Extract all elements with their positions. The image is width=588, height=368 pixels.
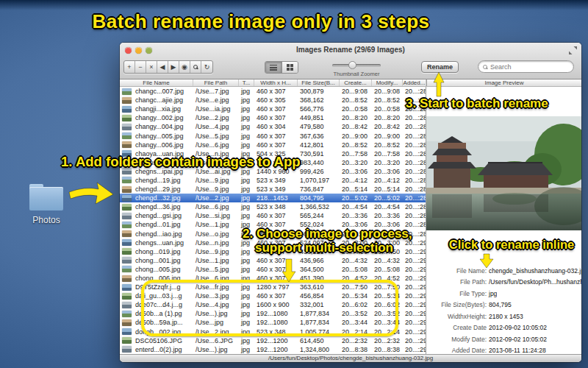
grid-view-button[interactable] xyxy=(282,62,298,73)
table-row[interactable]: changy...005.jpg/Use...5.jpgjpg460 x 307… xyxy=(120,131,426,140)
file-thumbnail xyxy=(122,88,132,95)
window-chrome: Images Rename (29/69 Images) +−×◀▶◉↻ Thu… xyxy=(120,43,581,79)
table-row[interactable]: chong...001.jpg/Use...1.jpgjpg460 x 3074… xyxy=(120,256,426,265)
file-thumbnail xyxy=(122,177,132,183)
fullscreen-icon[interactable] xyxy=(569,46,577,54)
column-header-4[interactable]: Width x H... xyxy=(254,79,298,86)
info-row: File Path:/Users/fun/Desktop/Ph...hushan… xyxy=(426,277,581,289)
column-header-7[interactable]: Modify... xyxy=(372,79,403,86)
file-thumbnail xyxy=(122,337,132,344)
file-thumbnail xyxy=(122,248,132,255)
refresh-button[interactable]: ↻ xyxy=(201,61,212,73)
file-thumbnail xyxy=(122,213,132,219)
status-path: /Users/fun/Desktop/Photos/chengde_bishus… xyxy=(268,355,433,361)
annotation-step1: 1. Add folders contain images to App xyxy=(61,154,301,170)
file-thumbnail xyxy=(122,106,132,113)
annotation-step3: 3. Start to batch rename xyxy=(406,96,548,111)
column-header-1[interactable]: File Name xyxy=(120,79,193,86)
view-mode-segmented-control xyxy=(265,61,298,74)
table-row[interactable]: changy...002.jpg/Use...2.jpgjpg460 x 307… xyxy=(120,113,426,122)
photos-folder-label: Photos xyxy=(13,215,79,225)
info-row: Create Date2012-09-02 10:05:02 xyxy=(426,322,581,334)
file-thumbnail xyxy=(122,346,132,353)
table-row[interactable]: chengd...32.jpg/Use...2.jpgjpg218...1453… xyxy=(120,194,426,202)
file-thumbnail xyxy=(122,132,132,139)
table-row[interactable]: chengd...19.jpg/Use...9.jpgjpg523 x 3491… xyxy=(120,176,426,185)
info-row: WidthxHeight:2180 x 1453 xyxy=(426,311,581,322)
arrow-folder-to-app-icon xyxy=(69,183,113,204)
column-header-2[interactable]: File Path xyxy=(193,79,239,86)
table-row[interactable]: changy...004.jpg/Use...4.jpgjpg460 x 304… xyxy=(120,122,426,131)
info-row: File Name:chengde_bishushanzhuang-032.jp… xyxy=(426,265,581,277)
column-header-5[interactable]: File Size(B... xyxy=(298,79,340,86)
magnifier-icon xyxy=(193,65,198,69)
file-thumbnail xyxy=(122,257,132,263)
add-button[interactable]: + xyxy=(124,61,135,73)
window-title: Images Rename (29/69 Images) xyxy=(120,46,581,54)
rename-button[interactable]: Rename xyxy=(421,61,459,73)
thumbnail-zoomer-slider[interactable] xyxy=(332,64,381,67)
file-thumbnail xyxy=(122,204,132,210)
file-thumbnail xyxy=(122,124,132,130)
annotation-rename-inline: Click to rename inline xyxy=(441,238,582,252)
table-row[interactable]: enterd...0(2).jpg/Use...).jpgjpg192...12… xyxy=(120,345,426,354)
table-row[interactable]: chengd...29.jpg/Use...9.jpgjpg523 x 3497… xyxy=(120,185,426,194)
remove-button[interactable]: − xyxy=(135,61,146,73)
file-thumbnail xyxy=(122,302,132,308)
table-row[interactable]: DSC05106.JPG/Use...6.JPGjpg192...1200614… xyxy=(120,336,426,345)
selection-lasso xyxy=(141,280,398,336)
status-bar: /Users/fun/Desktop/Photos/chengde_bishus… xyxy=(120,354,581,362)
file-thumbnail xyxy=(122,222,132,228)
preview-photo xyxy=(426,116,581,230)
file-thumbnail xyxy=(122,230,132,237)
banner-title: Batch rename image only in 3 steps xyxy=(74,10,448,33)
delete-button[interactable]: × xyxy=(146,61,157,73)
table-row[interactable]: chengd...gsi.jpg/Use...si.jpgjpg460 x 30… xyxy=(120,211,426,220)
preview-panel: File Name:chengde_bishushanzhuang-032.jp… xyxy=(426,87,581,354)
table-row[interactable]: changc...ajie.jpg/Use...e.jpgjpg460 x 30… xyxy=(120,96,426,105)
titlebar[interactable]: Images Rename (29/69 Images) xyxy=(120,43,581,57)
file-thumbnail xyxy=(122,275,132,282)
file-thumbnail xyxy=(122,239,132,246)
search-field[interactable] xyxy=(478,60,574,73)
file-thumbnail xyxy=(122,284,132,291)
table-row[interactable]: changji...xia.jpg/Use...ia.jpgjpg460 x 3… xyxy=(120,105,426,113)
file-thumbnail xyxy=(122,266,132,272)
file-thumbnail xyxy=(122,293,132,300)
preview-button[interactable]: ◉ xyxy=(179,61,190,73)
column-header-row: File NameFile PathT...Width x H...File S… xyxy=(120,79,581,87)
info-row: Modify Date:2012-09-02 10:05:02 xyxy=(426,333,581,345)
toolbar: +−×◀▶◉↻ Thumbnail Zoomer Rename xyxy=(120,57,581,79)
annotation-step2: 2. Choose image to process, support mult… xyxy=(243,227,406,255)
file-thumbnail xyxy=(122,97,132,104)
info-row: File Type:jpg xyxy=(426,288,581,300)
file-thumbnail xyxy=(122,328,132,335)
grid-view-icon xyxy=(287,64,293,71)
search-input[interactable] xyxy=(490,63,569,71)
list-view-icon xyxy=(270,65,277,71)
file-thumbnail xyxy=(122,195,132,202)
table-row[interactable]: changy...006.jpg/Use...6.jpgjpg460 x 307… xyxy=(120,141,426,149)
file-thumbnail xyxy=(122,141,132,148)
file-info-panel: File Name:chengde_bishushanzhuang-032.jp… xyxy=(426,265,581,356)
info-row: File Size(Bytes):804,795 xyxy=(426,300,581,311)
column-header-3[interactable]: T... xyxy=(239,79,254,86)
table-row[interactable]: chong...005.jpg/Use...5.jpgjpg460 x 3073… xyxy=(120,265,426,274)
table-row[interactable]: changc...007.jpg/Use...7.jpgjpg460 x 307… xyxy=(120,87,426,96)
column-header-8[interactable]: Added... xyxy=(403,79,426,86)
photos-folder-icon[interactable] xyxy=(29,184,63,210)
toolbar-button-group: +−×◀▶◉↻ xyxy=(123,60,213,74)
file-thumbnail xyxy=(122,186,132,193)
next-button[interactable]: ▶ xyxy=(168,61,179,73)
column-header-6[interactable]: Create... xyxy=(340,79,372,86)
slider-knob[interactable] xyxy=(348,61,356,69)
search-tool-button[interactable] xyxy=(190,61,201,73)
table-row[interactable]: chengd...36.jpg/Use...6.jpgjpg523 x 3481… xyxy=(120,202,426,211)
file-thumbnail xyxy=(122,311,132,317)
file-thumbnail xyxy=(122,319,132,326)
search-icon xyxy=(483,65,487,69)
thumbnail-zoomer-label: Thumbnail Zoomer xyxy=(318,71,395,77)
list-view-button[interactable] xyxy=(265,62,282,73)
prev-button[interactable]: ◀ xyxy=(157,61,168,73)
desktop: { "banner": "Batch rename image only in … xyxy=(0,0,588,368)
